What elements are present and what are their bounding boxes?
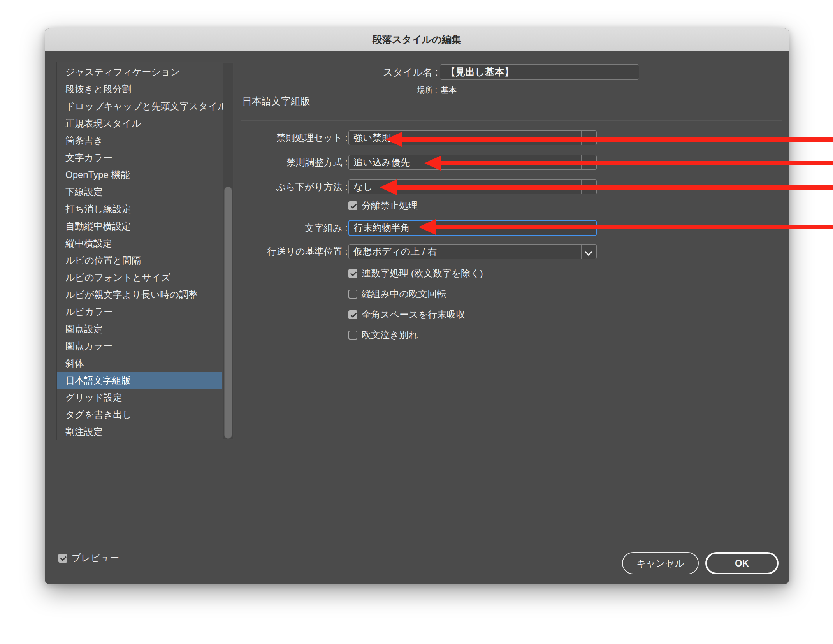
sidebar-item-label: 斜体 (65, 358, 84, 368)
sidebar-item-label: グリッド設定 (65, 392, 122, 403)
section-title: 日本語文字組版 (242, 95, 310, 106)
checkbox[interactable] (348, 290, 357, 299)
checkbox-row[interactable]: 連数字処理 (欧文数字を除く) (348, 269, 621, 279)
no-break-checkbox-row[interactable]: 分離禁止処理 (348, 201, 582, 211)
dropdown-arrow-segment (581, 221, 596, 235)
checkbox-label: 連数字処理 (欧文数字を除く) (362, 268, 483, 278)
dropdown-arrow-segment (581, 245, 596, 259)
sidebar-item-label: ルビカラー (65, 306, 113, 317)
sidebar-item[interactable]: グリッド設定 (57, 389, 222, 406)
checkbox[interactable] (348, 269, 357, 278)
sidebar-item[interactable]: 正規表現スタイル (57, 115, 222, 132)
mojikumi-value: 行末約物半角 (354, 221, 410, 234)
sidebar-item-label: タグを書き出し (65, 409, 132, 420)
burasagari-value: なし (353, 180, 373, 194)
kinsoku-adjust-label: 禁則調整方式 : (162, 155, 348, 170)
sidebar-item[interactable]: タグを書き出し (57, 406, 222, 423)
preview-label: プレビュー (72, 553, 119, 563)
sidebar-item[interactable]: 圏点カラー (57, 338, 222, 355)
dropdown-arrow-segment (581, 180, 596, 194)
dialog-title: 段落スタイルの編集 (373, 33, 461, 46)
sidebar-item-label: ジャスティフィケーション (65, 67, 180, 77)
sidebar-item[interactable]: 圏点設定 (57, 320, 222, 338)
preview-checkbox[interactable] (58, 554, 67, 563)
sidebar-item-label: 正規表現スタイル (65, 118, 141, 128)
sidebar-item-label: 縦中横設定 (65, 238, 112, 248)
location-value: 基本 (441, 86, 457, 94)
section-divider (241, 120, 782, 121)
no-break-checkbox[interactable] (348, 201, 357, 210)
sidebar-item[interactable]: ジャスティフィケーション (57, 63, 222, 81)
kinsoku-set-label: 禁則処理セット : (162, 130, 348, 145)
sidebar-item-label: 日本語文字組版 (65, 375, 131, 385)
edit-paragraph-style-dialog: 段落スタイルの編集 ジャスティフィケーション 段抜きと段分割 ドロップキャップと… (45, 28, 789, 584)
dropdown-arrow-segment (581, 131, 596, 145)
checkbox-row[interactable]: 欧文泣き別れ (348, 331, 621, 341)
sidebar-item-label: 文字カラー (65, 152, 112, 163)
sidebar-item-label: ルビのフォントとサイズ (65, 272, 170, 283)
sidebar-item-label: 圏点設定 (65, 324, 103, 334)
location-label: 場所 : (317, 86, 437, 94)
kinsoku-set-value: 強い禁則 (353, 131, 391, 144)
sidebar-item-label: ルビの位置と間隔 (65, 255, 141, 266)
sidebar-item-label: 段抜きと段分割 (65, 84, 131, 94)
preview-checkbox-row[interactable]: プレビュー (58, 554, 175, 564)
sidebar-item[interactable]: 打ち消し線設定 (57, 201, 222, 218)
sidebar-item[interactable]: ルビのフォントとサイズ (57, 269, 222, 286)
mojikumi-dropdown[interactable]: 行末約物半角 (348, 220, 597, 236)
leading-base-label: 行送りの基準位置 : (162, 244, 348, 259)
ok-button[interactable]: OK (705, 552, 779, 574)
kinsoku-adjust-dropdown[interactable]: 追い込み優先 (348, 155, 597, 170)
sidebar-item-label: 箇条書き (65, 135, 103, 146)
checkbox-label: 欧文泣き別れ (362, 330, 418, 340)
sidebar-item[interactable]: 斜体 (57, 355, 222, 372)
sidebar-item[interactable]: ドロップキャップと先頭文字スタイル (57, 98, 222, 115)
sidebar-item[interactable]: 割注設定 (57, 423, 222, 440)
chevron-down-icon (585, 248, 592, 256)
checkbox-label: 縦組み中の欧文回転 (362, 289, 446, 299)
leading-base-dropdown[interactable]: 仮想ボディの上 / 右 (348, 244, 597, 259)
no-break-label: 分離禁止処理 (362, 201, 418, 211)
sidebar-item[interactable]: ルビが親文字より長い時の調整 (57, 286, 222, 303)
sidebar-item-label: 圏点カラー (65, 341, 112, 351)
kinsoku-adjust-value: 追い込み優先 (353, 155, 410, 169)
burasagari-label: ぶら下がり方法 : (162, 179, 348, 194)
cancel-button[interactable]: キャンセル (622, 552, 699, 574)
sidebar-item-label: 割注設定 (65, 426, 103, 437)
dropdown-arrow-segment (581, 155, 596, 169)
sidebar-item-label: ルビが親文字より長い時の調整 (65, 289, 198, 300)
kinsoku-set-dropdown[interactable]: 強い禁則 (348, 130, 597, 145)
style-name-input[interactable]: 【見出し基本】 (440, 64, 639, 80)
checkbox[interactable] (348, 331, 357, 340)
sidebar-item[interactable]: ルビカラー (57, 303, 222, 320)
dialog-titlebar[interactable]: 段落スタイルの編集 (45, 28, 789, 51)
checkbox-label: 全角スペースを行末吸収 (362, 310, 465, 320)
leading-base-value: 仮想ボディの上 / 右 (353, 245, 437, 258)
sidebar-item-label: OpenType 機能 (65, 169, 130, 180)
checkbox[interactable] (348, 310, 357, 319)
sidebar-item-label: 下線設定 (65, 187, 103, 197)
burasagari-dropdown[interactable]: なし (348, 179, 597, 194)
sidebar-item[interactable]: 段抜きと段分割 (57, 81, 222, 98)
sidebar-item[interactable]: 日本語文字組版 (57, 372, 222, 389)
mojikumi-label: 文字組み : (162, 220, 348, 236)
checkbox-row[interactable]: 縦組み中の欧文回転 (348, 290, 621, 300)
sidebar-item-label: 自動縦中横設定 (65, 221, 131, 231)
checkbox-row[interactable]: 全角スペースを行末吸収 (348, 310, 621, 320)
style-name-label: スタイル名 : (263, 64, 438, 80)
sidebar-item-label: ドロップキャップと先頭文字スタイル (65, 101, 227, 111)
sidebar-item-label: 打ち消し線設定 (65, 204, 131, 214)
